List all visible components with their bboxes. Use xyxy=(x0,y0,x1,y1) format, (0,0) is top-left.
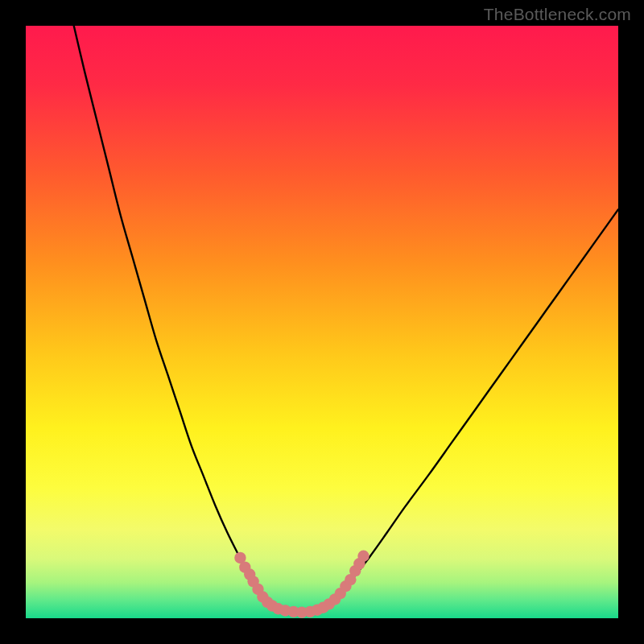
chart-svg xyxy=(26,26,618,618)
marker-point xyxy=(357,551,369,562)
watermark-text: TheBottleneck.com xyxy=(484,5,631,24)
outer-frame: TheBottleneck.com xyxy=(0,0,644,644)
gradient-background xyxy=(26,26,618,618)
plot-area xyxy=(26,26,618,618)
